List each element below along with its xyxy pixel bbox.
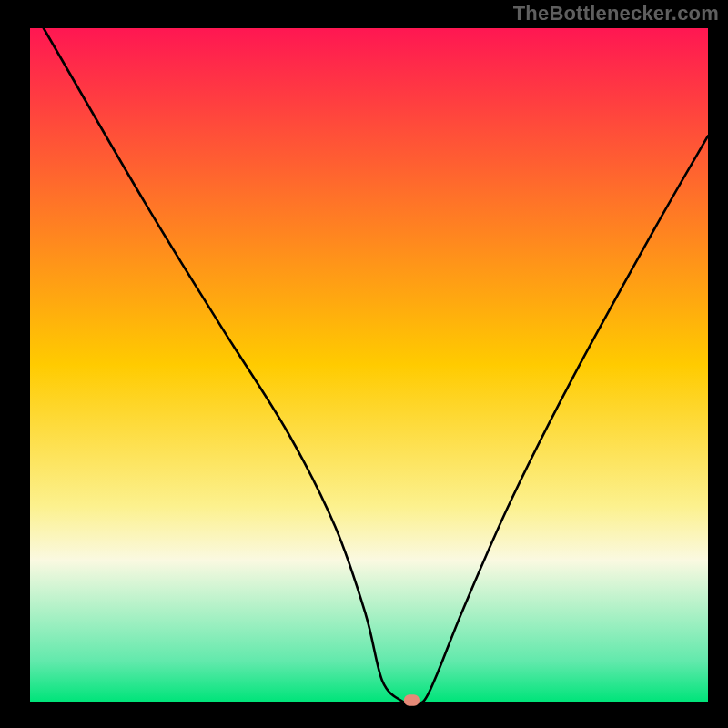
watermark: TheBottlenecker.com (513, 2, 719, 25)
bottleneck-chart (0, 0, 728, 728)
optimal-point-marker (404, 694, 420, 706)
chart-frame: TheBottlenecker.com (0, 0, 728, 728)
plot-background (30, 28, 708, 702)
